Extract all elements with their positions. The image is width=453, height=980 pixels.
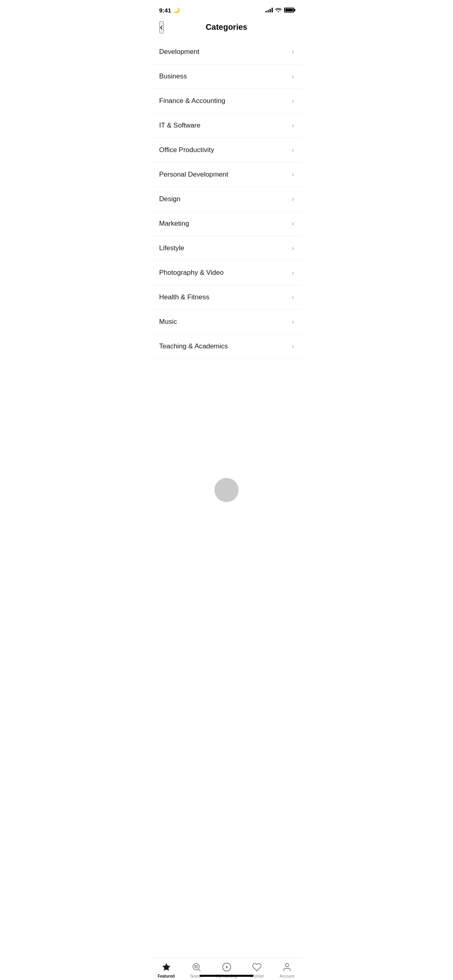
- category-label-personal-development: Personal Development: [159, 171, 229, 179]
- category-item-music[interactable]: Music›: [151, 310, 302, 334]
- category-item-teaching-academics[interactable]: Teaching & Academics›: [151, 334, 302, 359]
- category-label-music: Music: [159, 318, 177, 326]
- chevron-right-icon-photography-video: ›: [292, 269, 294, 276]
- category-item-development[interactable]: Development›: [151, 40, 302, 64]
- category-item-marketing[interactable]: Marketing›: [151, 212, 302, 236]
- category-label-photography-video: Photography & Video: [159, 269, 224, 277]
- back-button[interactable]: ‹: [159, 21, 164, 33]
- battery-icon: [284, 8, 294, 12]
- category-label-it-software: IT & Software: [159, 121, 201, 130]
- chevron-right-icon-development: ›: [292, 48, 294, 56]
- chevron-right-icon-teaching-academics: ›: [292, 343, 294, 350]
- chevron-right-icon-health-fitness: ›: [292, 294, 294, 301]
- category-item-lifestyle[interactable]: Lifestyle›: [151, 236, 302, 261]
- page-title: Categories: [206, 23, 247, 32]
- nav-header: ‹ Categories: [151, 18, 302, 40]
- category-label-teaching-academics: Teaching & Academics: [159, 342, 228, 350]
- chevron-right-icon-it-software: ›: [292, 122, 294, 129]
- chevron-right-icon-marketing: ›: [292, 220, 294, 227]
- category-list: Development›Business›Finance & Accountin…: [151, 40, 302, 359]
- status-time: 9:41 🌙: [159, 7, 180, 14]
- moon-icon: 🌙: [173, 7, 180, 13]
- category-label-health-fitness: Health & Fitness: [159, 293, 210, 301]
- status-icons: [266, 7, 294, 13]
- category-label-finance: Finance & Accounting: [159, 97, 225, 105]
- category-item-it-software[interactable]: IT & Software›: [151, 113, 302, 138]
- chevron-right-icon-business: ›: [292, 73, 294, 80]
- category-item-business[interactable]: Business›: [151, 64, 302, 89]
- time-display: 9:41: [159, 7, 171, 14]
- chevron-right-icon-music: ›: [292, 318, 294, 325]
- category-label-marketing: Marketing: [159, 220, 189, 228]
- chevron-right-icon-design: ›: [292, 196, 294, 203]
- signal-icon: [266, 8, 273, 12]
- category-label-business: Business: [159, 72, 187, 80]
- chevron-right-icon-office-productivity: ›: [292, 146, 294, 154]
- category-item-office-productivity[interactable]: Office Productivity›: [151, 138, 302, 163]
- chevron-right-icon-lifestyle: ›: [292, 245, 294, 252]
- category-item-health-fitness[interactable]: Health & Fitness›: [151, 285, 302, 310]
- wifi-icon: [275, 7, 282, 13]
- category-item-personal-development[interactable]: Personal Development›: [151, 163, 302, 187]
- category-item-design[interactable]: Design›: [151, 187, 302, 212]
- status-bar: 9:41 🌙: [151, 0, 302, 18]
- chevron-right-icon-finance: ›: [292, 97, 294, 105]
- category-item-finance[interactable]: Finance & Accounting›: [151, 89, 302, 113]
- category-label-design: Design: [159, 195, 181, 203]
- category-label-lifestyle: Lifestyle: [159, 244, 184, 252]
- chevron-right-icon-personal-development: ›: [292, 171, 294, 178]
- category-label-office-productivity: Office Productivity: [159, 146, 214, 154]
- category-item-photography-video[interactable]: Photography & Video›: [151, 261, 302, 285]
- category-label-development: Development: [159, 48, 200, 56]
